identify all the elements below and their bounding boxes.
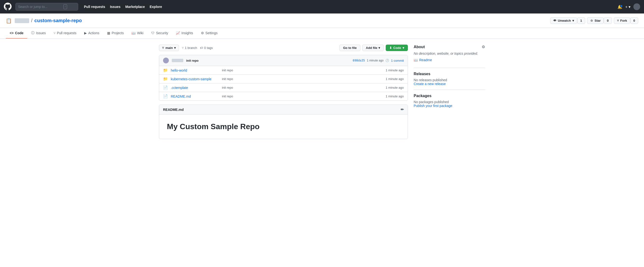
list-item: 📁 kubernetes-custom-sample init repo 1 m… bbox=[159, 75, 408, 83]
nav-explore[interactable]: Explore bbox=[150, 5, 162, 9]
tab-security-label: Security bbox=[156, 31, 168, 35]
branch-icon: ⑂ bbox=[162, 46, 164, 50]
fork-button[interactable]: ⑂ Fork bbox=[614, 17, 630, 24]
file-name[interactable]: .cctemplate bbox=[171, 86, 219, 90]
file-name[interactable]: hello-world bbox=[171, 68, 219, 72]
github-logo-icon[interactable] bbox=[4, 3, 12, 11]
file-commit: init repo bbox=[222, 68, 383, 72]
about-desc: No description, website, or topics provi… bbox=[414, 51, 485, 56]
readme-header: README.md ✏ bbox=[159, 105, 408, 114]
tag-text: tags bbox=[207, 46, 213, 50]
pr-icon: ⑂ bbox=[54, 31, 56, 35]
branch-selector[interactable]: ⑂ main ▾ bbox=[159, 44, 179, 51]
projects-icon: ▦ bbox=[107, 31, 110, 35]
edit-icon[interactable]: ✏ bbox=[401, 107, 404, 112]
repo-tabs: <> Code ⓘ Issues ⑂ Pull requests ▶ Actio… bbox=[0, 28, 644, 39]
branch-right: Go to file Add file ▾ ⬇ Code ▾ bbox=[339, 44, 408, 51]
tab-actions-label: Actions bbox=[88, 31, 99, 35]
commit-time: 1 minute ago bbox=[367, 59, 384, 62]
tab-issues[interactable]: ⓘ Issues bbox=[27, 28, 50, 38]
file-time: 1 minute ago bbox=[386, 77, 404, 81]
create-release-link[interactable]: Create a new release bbox=[414, 82, 446, 86]
main-content: ⑂ main ▾ ⑂ 1 branch 🏷 0 tags Go to file bbox=[153, 39, 491, 145]
readme-link-label: Readme bbox=[419, 58, 432, 62]
file-icon: 📄 bbox=[163, 94, 168, 99]
packages-section: Packages No packages published Publish y… bbox=[414, 94, 485, 108]
tab-projects[interactable]: ▦ Projects bbox=[103, 28, 128, 38]
about-header: About ⚙ bbox=[414, 44, 485, 49]
file-name[interactable]: kubernetes-custom-sample bbox=[171, 77, 219, 81]
commit-header: init repo 698da35 1 minute ago 🕐 1 commi… bbox=[159, 55, 408, 66]
add-file-label: Add file bbox=[366, 46, 378, 50]
slash-key-badge: / bbox=[64, 4, 67, 9]
tab-pr-label: Pull requests bbox=[57, 31, 76, 35]
watch-label: Unwatch bbox=[558, 19, 571, 22]
divider bbox=[414, 68, 485, 68]
add-file-button[interactable]: Add file ▾ bbox=[362, 44, 384, 51]
search-box[interactable]: / bbox=[16, 3, 78, 10]
star-count: 0 bbox=[604, 17, 612, 24]
file-commit: init repo bbox=[222, 94, 383, 98]
file-time: 1 minute ago bbox=[386, 68, 404, 72]
code-button[interactable]: ⬇ Code ▾ bbox=[386, 44, 408, 51]
readme-link[interactable]: 📖 Readme bbox=[414, 58, 485, 62]
avatar[interactable] bbox=[634, 3, 640, 10]
commit-hash[interactable]: 698da35 bbox=[353, 59, 365, 62]
tab-pull-requests[interactable]: ⑂ Pull requests bbox=[50, 28, 80, 38]
commit-meta: 698da35 1 minute ago 🕐 1 commit bbox=[353, 59, 404, 62]
download-icon: ⬇ bbox=[389, 46, 392, 50]
tab-code-label: Code bbox=[15, 31, 24, 35]
top-nav-links: Pull requests Issues Marketplace Explore bbox=[84, 5, 162, 9]
divider bbox=[414, 90, 485, 90]
code-btn-label: Code bbox=[394, 46, 401, 50]
tab-actions[interactable]: ▶ Actions bbox=[80, 28, 103, 38]
folder-icon: 📁 bbox=[163, 68, 168, 72]
search-input[interactable] bbox=[18, 5, 62, 9]
history-icon: 🕐 bbox=[386, 59, 389, 62]
nav-marketplace[interactable]: Marketplace bbox=[126, 5, 145, 9]
watch-button[interactable]: 👁 Unwatch ▾ bbox=[550, 17, 577, 24]
top-nav-right: 🔔 + ▾ bbox=[618, 3, 640, 10]
notifications-icon[interactable]: 🔔 bbox=[618, 4, 622, 9]
star-icon: ☆ bbox=[590, 19, 593, 22]
file-time: 1 minute ago bbox=[386, 94, 404, 98]
tab-security[interactable]: 🛡 Security bbox=[147, 28, 172, 38]
releases-section: Releases No releases published Create a … bbox=[414, 72, 485, 86]
repo-name-link[interactable]: custom-sample-repo bbox=[34, 18, 82, 23]
add-file-chevron-icon: ▾ bbox=[378, 46, 380, 50]
fork-count: 0 bbox=[630, 17, 638, 24]
go-to-file-button[interactable]: Go to file bbox=[339, 44, 360, 51]
breadcrumb-sep: / bbox=[31, 18, 32, 23]
nav-pull-requests[interactable]: Pull requests bbox=[84, 5, 105, 9]
commit-history-link[interactable]: 1 commit bbox=[391, 59, 404, 62]
new-button[interactable]: + ▾ bbox=[625, 4, 630, 9]
branch-bar: ⑂ main ▾ ⑂ 1 branch 🏷 0 tags Go to file bbox=[159, 44, 408, 51]
file-commit: init repo bbox=[222, 77, 383, 81]
tab-wiki-label: Wiki bbox=[137, 31, 143, 35]
file-name[interactable]: README.md bbox=[171, 94, 219, 98]
branch-count-icon: ⑂ bbox=[182, 46, 184, 50]
readme-filename: README.md bbox=[163, 108, 184, 112]
tab-projects-label: Projects bbox=[112, 31, 124, 35]
branch-chevron-icon: ▾ bbox=[174, 46, 176, 50]
branch-left: ⑂ main ▾ ⑂ 1 branch 🏷 0 tags bbox=[159, 44, 213, 51]
nav-issues[interactable]: Issues bbox=[110, 5, 120, 9]
breadcrumb: 📋 / custom-sample-repo bbox=[6, 18, 82, 24]
top-nav: / Pull requests Issues Marketplace Explo… bbox=[0, 0, 644, 13]
star-button[interactable]: ☆ Star bbox=[587, 17, 604, 24]
tab-settings[interactable]: ⚙ Settings bbox=[197, 28, 222, 38]
tag-count-link[interactable]: 🏷 0 tags bbox=[200, 46, 213, 50]
branch-count-link[interactable]: ⑂ 1 branch bbox=[182, 46, 197, 50]
tab-code[interactable]: <> Code bbox=[6, 28, 27, 38]
packages-desc: No packages published bbox=[414, 100, 485, 104]
username-placeholder bbox=[15, 18, 29, 23]
gear-icon[interactable]: ⚙ bbox=[482, 44, 485, 49]
wiki-icon: 📖 bbox=[132, 31, 136, 35]
tab-wiki[interactable]: 📖 Wiki bbox=[128, 28, 147, 38]
file-time: 1 minute ago bbox=[386, 86, 404, 89]
tag-count: 0 bbox=[204, 46, 206, 50]
publish-package-link[interactable]: Publish your first package bbox=[414, 104, 452, 108]
file-commit: init repo bbox=[222, 86, 383, 89]
tab-insights[interactable]: 📈 Insights bbox=[172, 28, 197, 38]
watch-dropdown-icon: ▾ bbox=[572, 19, 574, 22]
